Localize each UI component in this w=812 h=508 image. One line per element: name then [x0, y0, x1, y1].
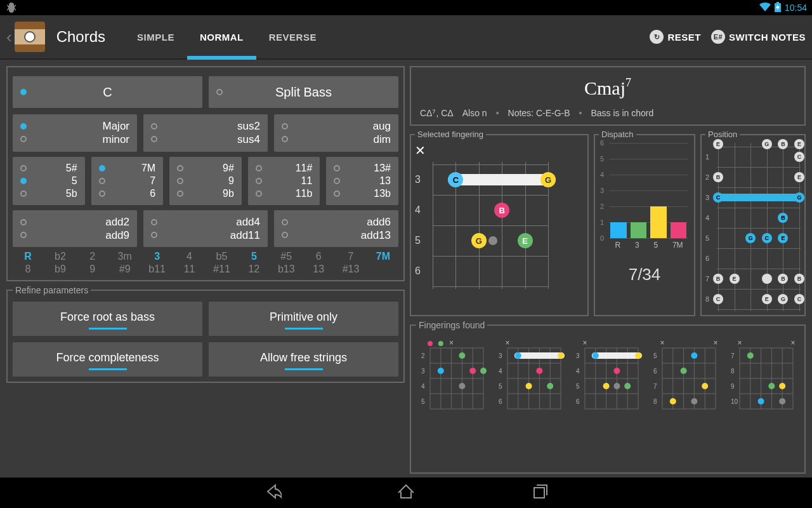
fingering-thumb[interactable]: ×2345 — [416, 337, 487, 416]
split-bass-label: Split Bass — [275, 85, 332, 100]
ext-13[interactable]: 13#1313b — [326, 157, 398, 205]
clear-fingering-icon[interactable]: ✕ — [415, 143, 584, 158]
svg-point-22 — [459, 383, 465, 389]
svg-point-42 — [536, 368, 542, 374]
svg-text:6: 6 — [499, 398, 502, 405]
svg-text:10: 10 — [731, 398, 738, 405]
svg-point-11 — [428, 341, 433, 346]
back-button[interactable]: ‹ — [6, 22, 45, 52]
svg-point-107 — [747, 352, 754, 359]
chord-name: Cmaj7 — [417, 71, 798, 108]
fingering-thumb[interactable]: ××5678 — [648, 337, 719, 416]
dispatch-chart: 6543210 — [599, 143, 690, 238]
switch-notes-label: SWITCH NOTES — [729, 32, 806, 43]
reset-icon: ↻ — [650, 30, 664, 44]
radio-icon — [20, 89, 27, 95]
refine-panel: Refine parameters Force root as bass Pri… — [6, 285, 405, 383]
svg-point-40 — [515, 352, 521, 359]
svg-point-110 — [758, 398, 764, 404]
svg-point-44 — [547, 383, 553, 389]
fingerings-legend: Fingerings found — [416, 320, 487, 330]
nav-recent[interactable] — [530, 481, 551, 504]
force-root-bass-button[interactable]: Force root as bass — [13, 302, 202, 336]
svg-point-63 — [635, 352, 641, 359]
mode-tabs: SIMPLE NORMAL REVERSE — [124, 15, 329, 58]
degree-strip[interactable]: R8b2b9293m#93b11411b5#11512#5b136137#137… — [13, 247, 398, 275]
svg-text:×: × — [660, 338, 664, 347]
svg-point-86 — [681, 368, 687, 374]
svg-point-43 — [526, 383, 532, 389]
reset-button[interactable]: ↻ RESET — [650, 30, 701, 44]
quality-aug-dim[interactable]: augdim — [274, 114, 398, 152]
root-note-label: C — [103, 85, 112, 100]
svg-point-67 — [624, 383, 631, 389]
fingerings-thumbs[interactable]: ×2345×3456×3456××5678××78910 — [416, 337, 799, 419]
svg-point-111 — [779, 398, 785, 404]
svg-text:9: 9 — [731, 383, 735, 390]
ext-7[interactable]: 7M76 — [91, 157, 164, 205]
quality-major-minor[interactable]: Majorminor — [13, 114, 137, 152]
chord-alt: CΔ⁷, CΔ — [420, 108, 454, 118]
svg-point-66 — [613, 383, 620, 389]
allow-free-strings-button[interactable]: Allow free strings — [209, 342, 398, 377]
nav-back[interactable] — [261, 481, 282, 504]
position-panel: Position 12345678EGBECBECGBGCEBEBBCEGC — [700, 130, 806, 316]
fingering-grid[interactable]: 3456CGBGE — [415, 162, 548, 289]
svg-text:3: 3 — [499, 352, 502, 359]
svg-rect-39 — [514, 352, 565, 359]
radio-icon — [216, 89, 223, 95]
svg-text:×: × — [449, 338, 454, 347]
svg-text:2: 2 — [421, 352, 425, 359]
fingering-counter[interactable]: 7/34 — [599, 252, 690, 290]
tab-simple[interactable]: SIMPLE — [124, 15, 187, 58]
root-note-selector[interactable]: C — [13, 76, 202, 108]
app-bar: ‹ Chords SIMPLE NORMAL REVERSE ↻ RESET E… — [0, 15, 812, 60]
fingering-thumb[interactable]: ×3456 — [494, 337, 565, 416]
nav-home[interactable] — [396, 481, 416, 504]
chord-info-row[interactable]: CΔ⁷, CΔ Also n • Notes: C-E-G-B • Bass i… — [417, 108, 798, 122]
add-4-11[interactable]: add4add11 — [143, 210, 268, 248]
position-grid[interactable]: 12345678EGBECBECGBGCEBEBBCEGC — [705, 143, 801, 311]
svg-text:3: 3 — [576, 352, 580, 359]
svg-text:4: 4 — [499, 368, 502, 375]
svg-text:3: 3 — [421, 368, 425, 375]
svg-text:5: 5 — [421, 398, 425, 405]
tab-normal[interactable]: NORMAL — [187, 15, 256, 58]
tab-reverse[interactable]: REVERSE — [256, 15, 329, 58]
android-statusbar: 10:54 — [0, 0, 812, 15]
add-6-13[interactable]: add6add13 — [274, 210, 398, 248]
svg-point-64 — [613, 368, 620, 374]
chord-bass: Bass is in chord — [591, 108, 653, 118]
selected-fingering-panel: Selected fingering ✕ 3456CGBGE — [410, 130, 589, 316]
battery-icon — [775, 2, 781, 14]
svg-text:6: 6 — [576, 398, 580, 405]
debug-icon — [5, 1, 18, 15]
add-2-9[interactable]: add2add9 — [13, 210, 137, 248]
dispatch-panel: Dispatch 6543210 R357M 7/34 — [594, 130, 695, 316]
ext-11[interactable]: 11#1111b — [248, 157, 320, 205]
svg-point-18 — [459, 352, 465, 359]
svg-point-21 — [480, 368, 487, 374]
ext-9[interactable]: 9#99b — [169, 157, 242, 205]
refine-legend: Refine parameters — [13, 285, 91, 295]
svg-point-89 — [691, 398, 697, 404]
force-completeness-button[interactable]: Force completeness — [13, 342, 202, 377]
svg-point-20 — [469, 368, 476, 374]
split-bass-selector[interactable]: Split Bass — [209, 76, 398, 108]
fingering-thumb[interactable]: ××78910 — [726, 337, 797, 416]
reset-label: RESET — [667, 32, 701, 43]
android-navbar — [0, 478, 812, 508]
svg-text:7: 7 — [653, 383, 657, 390]
svg-text:6: 6 — [653, 368, 657, 375]
primitive-only-button[interactable]: Primitive only — [209, 302, 398, 336]
svg-text:4: 4 — [576, 368, 580, 375]
fingering-thumb[interactable]: ×3456 — [571, 337, 642, 416]
quality-sus[interactable]: sus2sus4 — [143, 114, 268, 152]
svg-text:5: 5 — [576, 383, 580, 390]
svg-point-62 — [593, 352, 599, 359]
chord-builder-panel: C Split Bass Majorminor sus2sus4 — [6, 66, 405, 281]
svg-text:×: × — [737, 338, 742, 347]
switch-notes-button[interactable]: E# SWITCH NOTES — [711, 30, 806, 44]
ext-5[interactable]: 5#55b — [13, 157, 85, 205]
svg-point-19 — [438, 368, 444, 374]
